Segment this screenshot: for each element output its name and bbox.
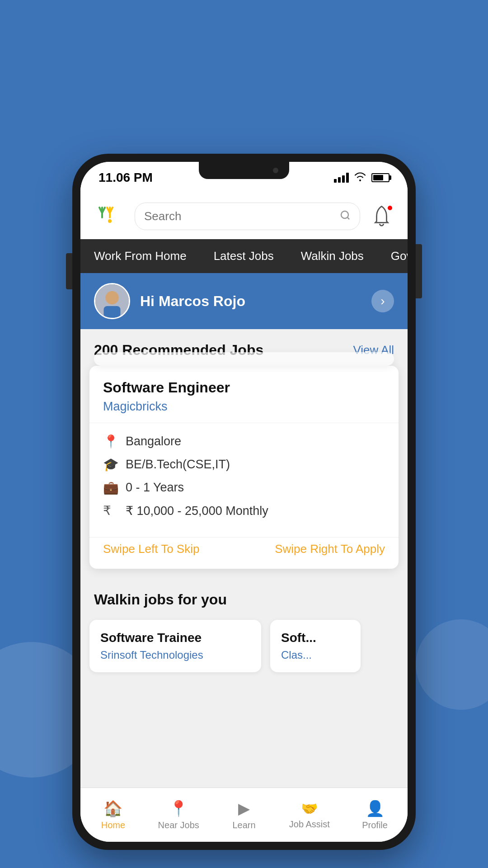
notch (199, 162, 289, 179)
job-salary-row: ₹ ₹ 10,000 - 25,000 Monthly (103, 503, 385, 518)
walkin-company-1: Clas... (281, 649, 350, 661)
user-greeting-text: Hi Marcos Rojo (140, 293, 361, 310)
bottom-navigation: 🏠 Home 📍 Near Jobs ▶ Learn 🤝 Job Assist … (80, 788, 408, 842)
search-icon (340, 210, 351, 223)
tab-work-from-home[interactable]: Work From Home (80, 239, 200, 273)
phone-outer: 11.06 PM (72, 154, 416, 850)
search-bar[interactable] (135, 203, 360, 230)
job-actions: Swipe Left To Skip Swipe Right To Apply (89, 537, 399, 569)
app-logo (94, 204, 126, 229)
job-title: Software Engineer (103, 379, 385, 396)
status-icons (334, 171, 389, 184)
bottom-nav-profile[interactable]: 👤 Profile (342, 788, 408, 842)
tab-latest-jobs[interactable]: Latest Jobs (200, 239, 287, 273)
main-scroll-area[interactable]: 200 Recommended Jobs View All Software E… (80, 329, 408, 788)
job-card-shadow (94, 352, 394, 366)
job-education-row: 🎓 BE/B.Tech(CSE,IT) (103, 457, 385, 472)
swipe-left-button[interactable]: Swipe Left To Skip (103, 542, 199, 556)
walkin-cards-list: Software Trainee Srinsoft Technologies S… (80, 615, 408, 681)
salary-icon: ₹ (103, 503, 118, 518)
svg-point-7 (341, 211, 348, 218)
walkin-header: Walkin jobs for you (80, 587, 408, 615)
svg-rect-11 (104, 306, 121, 318)
learn-label: Learn (232, 820, 255, 830)
svg-line-8 (347, 217, 349, 219)
tab-walkin-jobs[interactable]: Walkin Jobs (287, 239, 377, 273)
profile-icon: 👤 (366, 799, 385, 817)
job-card[interactable]: Software Engineer Magicbricks 📍 Bangalor… (89, 366, 399, 569)
walkin-card-1[interactable]: Soft... Clas... (270, 620, 361, 672)
bottom-nav-near-jobs[interactable]: 📍 Near Jobs (146, 788, 211, 842)
notch-camera (273, 168, 278, 173)
svg-point-6 (108, 219, 112, 223)
walkin-title: Walkin jobs for you (94, 591, 394, 608)
job-location: Bangalore (126, 434, 181, 448)
avatar (94, 283, 130, 319)
experience-icon: 💼 (103, 480, 118, 495)
profile-label: Profile (362, 820, 388, 830)
near-jobs-label: Near Jobs (158, 820, 199, 830)
job-assist-icon: 🤝 (301, 801, 318, 816)
company-name: Magicbricks (103, 400, 385, 414)
job-experience: 0 - 1 Years (126, 481, 184, 495)
signal-icon (334, 173, 349, 183)
notification-badge (387, 205, 393, 211)
status-time: 11.06 PM (99, 170, 153, 185)
job-card-header: Software Engineer Magicbricks (89, 366, 399, 423)
home-label: Home (101, 820, 125, 830)
swipe-right-button[interactable]: Swipe Right To Apply (275, 542, 385, 556)
walkin-card-0[interactable]: Software Trainee Srinsoft Technologies (89, 620, 261, 672)
bottom-nav-home[interactable]: 🏠 Home (80, 788, 146, 842)
walkin-section: Walkin jobs for you Software Trainee Sri… (80, 578, 408, 681)
job-location-row: 📍 Bangalore (103, 434, 385, 449)
location-icon: 📍 (103, 434, 118, 449)
wifi-icon (354, 171, 366, 184)
education-icon: 🎓 (103, 457, 118, 472)
notifications-button[interactable] (369, 204, 394, 229)
app-header (80, 193, 408, 239)
bottom-nav-learn[interactable]: ▶ Learn (211, 788, 277, 842)
job-experience-row: 💼 0 - 1 Years (103, 480, 385, 495)
job-assist-label: Job Assist (289, 819, 330, 830)
tab-govt-jobs[interactable]: Govt Jo... (377, 239, 408, 273)
svg-point-10 (105, 291, 119, 305)
search-input[interactable] (144, 209, 340, 223)
job-education: BE/B.Tech(CSE,IT) (126, 458, 230, 472)
phone-mockup: 11.06 PM (72, 154, 416, 850)
battery-icon (371, 173, 389, 182)
bottom-nav-job-assist[interactable]: 🤝 Job Assist (277, 788, 342, 842)
category-nav: Work From Home Latest Jobs Walkin Jobs G… (80, 239, 408, 273)
home-icon: 🏠 (103, 799, 122, 817)
profile-arrow-button[interactable]: › (371, 290, 394, 312)
walkin-job-title-0: Software Trainee (100, 631, 250, 645)
user-greeting-bar: Hi Marcos Rojo › (80, 273, 408, 329)
phone-screen: 11.06 PM (80, 162, 408, 842)
job-details: 📍 Bangalore 🎓 BE/B.Tech(CSE,IT) 💼 0 - 1 … (89, 423, 399, 537)
walkin-company-0: Srinsoft Technologies (100, 649, 250, 661)
near-jobs-icon: 📍 (169, 799, 188, 817)
job-salary: ₹ 10,000 - 25,000 Monthly (126, 504, 268, 518)
walkin-job-title-1: Soft... (281, 631, 350, 645)
learn-icon: ▶ (238, 799, 250, 817)
